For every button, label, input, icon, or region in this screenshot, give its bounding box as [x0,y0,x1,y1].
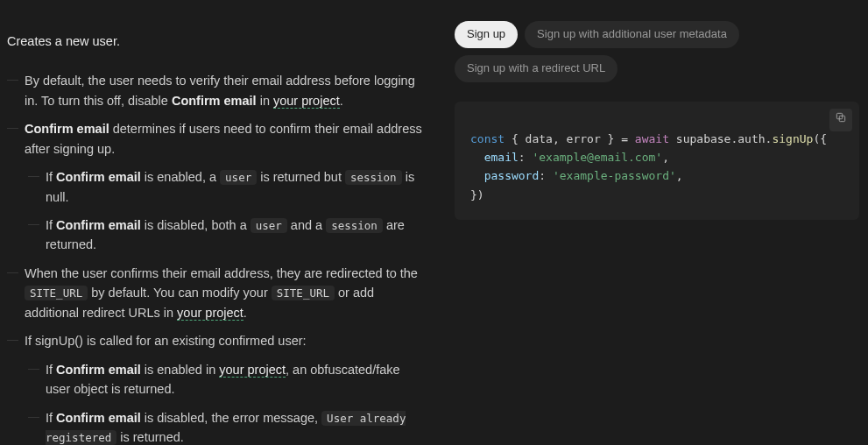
list-item: If signUp() is called for an existing co… [7,331,427,445]
sub-list: If Confirm email is enabled in your proj… [25,360,427,445]
list-item: If Confirm email is disabled, the error … [25,408,427,445]
code-inline: session [326,218,383,233]
your-project-link[interactable]: your project [177,306,243,321]
list-item: Confirm email determines if users need t… [7,119,427,255]
tab-signup-metadata[interactable]: Sign up with additional user metadata [525,21,739,48]
code-inline: user [220,170,257,185]
list-item: If Confirm email is enabled, a user is r… [25,167,427,207]
list-item: By default, the user needs to verify the… [7,71,427,110]
code-block: const { data, error } = await supabase.a… [455,102,859,221]
list-item: If Confirm email is enabled in your proj… [25,360,427,399]
your-project-link[interactable]: your project [273,94,340,109]
intro-text: Creates a new user. [7,32,427,52]
code-inline: SITE_URL [25,286,88,300]
example-panel: Sign up Sign up with additional user met… [434,0,868,445]
code-content: const { data, error } = await supabase.a… [470,130,843,205]
tab-signup-redirect[interactable]: Sign up with a redirect URL [455,55,617,82]
notes-list: By default, the user needs to verify the… [7,71,427,445]
code-inline: user [251,218,287,233]
list-item: When the user confirms their email addre… [7,264,427,322]
copy-button[interactable] [829,109,852,131]
tab-signup[interactable]: Sign up [455,21,518,48]
code-inline: SITE_URL [272,286,335,300]
example-tabs: Sign up Sign up with additional user met… [455,21,859,82]
code-inline: session [345,170,402,185]
copy-icon [835,110,847,129]
sub-list: If Confirm email is enabled, a user is r… [25,167,427,255]
list-item: If Confirm email is disabled, both a use… [25,215,427,255]
documentation-panel: Creates a new user. By default, the user… [0,0,434,445]
your-project-link[interactable]: your project [219,363,286,378]
